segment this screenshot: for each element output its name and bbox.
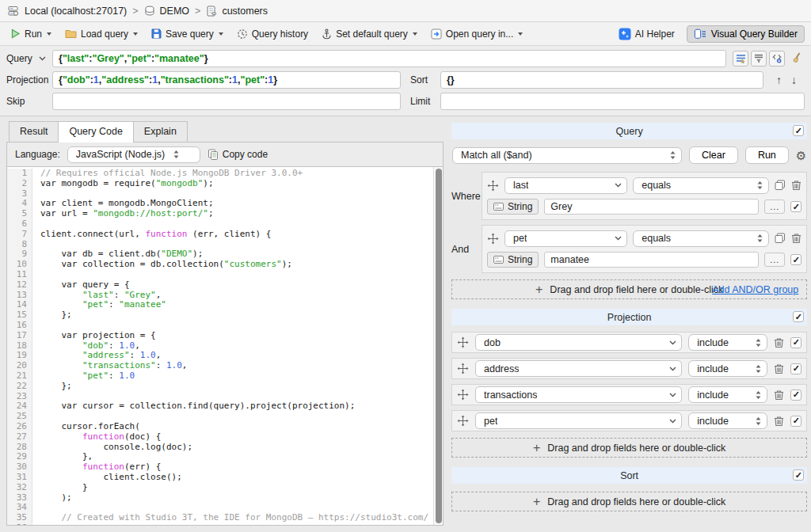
sort-descending-icon[interactable]: ↓ [791,74,797,86]
sort-input[interactable]: {} [440,71,763,89]
caret-down-icon [518,32,523,36]
projection-mode-select[interactable]: include [688,386,767,403]
history-icon [237,28,248,40]
trash-icon[interactable] [774,416,784,427]
select-updown-icon [173,150,180,159]
skip-limit-row: Skip Limit [6,93,805,110]
duplicate-icon[interactable] [775,233,786,244]
breadcrumb-database[interactable]: DEMO [144,6,190,17]
trash-icon[interactable] [791,180,801,191]
gear-icon[interactable]: ⚙ [796,150,806,162]
tab-explain[interactable]: Explain [133,121,188,142]
open-query-in-button[interactable]: Open query in... [425,26,528,42]
add-and-or-group-link[interactable]: Add AND/OR group [712,284,798,295]
run-query-button[interactable]: Run [745,146,789,164]
sort-drop-hint: Drag and drop fields here or double-clic… [547,496,725,507]
move-handle-icon[interactable] [457,363,469,374]
field-select[interactable]: pet [504,230,627,247]
projection-mode-select[interactable]: include [688,360,767,377]
code-line: 22 }; [7,382,433,392]
code-scrollbar[interactable] [433,167,443,525]
code-editor[interactable]: 1// Requires official Node.js MongoDB Dr… [7,166,443,525]
save-query-button[interactable]: Save query [146,26,229,42]
query-field-label[interactable]: Query [6,53,48,64]
trash-icon[interactable] [774,363,784,374]
clear-button[interactable]: Clear [689,146,738,164]
open-query-in-label: Open query in... [446,28,513,40]
breadcrumb-connection-label: Local (localhost:27017) [25,6,127,17]
breadcrumb-separator: > [195,6,200,17]
tab-query-code[interactable]: Query Code [58,121,133,142]
query-builder-form-icon[interactable] [733,51,748,66]
ai-helper-button[interactable]: AI Helper [613,25,680,43]
trash-icon[interactable] [774,390,784,401]
set-default-query-button[interactable]: Set default query [316,26,423,42]
query-code-gear-icon[interactable] [769,51,785,66]
query-input[interactable]: { "last" : "Grey", "pet" : "manatee" } [52,50,726,67]
projection-checkbox[interactable]: ✓ [790,416,801,427]
value-options-button[interactable]: ... [764,253,785,267]
operator-select[interactable]: equals [633,230,769,247]
toolbar-right: AI Helper Visual Query Builder [613,25,806,43]
projection-section-checkbox[interactable]: ✓ [793,311,804,322]
visual-query-builder-button[interactable]: Visual Query Builder [687,25,805,43]
scrollbar-thumb[interactable] [436,169,442,523]
set-default-query-label: Set default query [336,28,408,40]
move-handle-icon[interactable] [457,336,469,348]
query-drop-zone[interactable]: + Drag and drop field here or double-cli… [451,279,807,299]
match-mode-select[interactable]: Match all ($and) [452,147,682,164]
move-handle-icon[interactable] [487,233,499,245]
projection-mode-select[interactable]: include [688,334,767,351]
plus-icon: + [535,283,543,296]
condition-value-input[interactable]: manatee [544,252,759,268]
projection-field-select[interactable]: dob [475,334,682,351]
query-history-button[interactable]: Query history [231,26,314,42]
value-type-button[interactable]: String [487,252,539,268]
condition-field-row: pet equals [487,230,801,247]
run-button[interactable]: Run [5,26,57,42]
condition-value-input[interactable]: Grey [544,199,759,215]
breadcrumb-collection[interactable]: customers [206,6,268,17]
select-updown-icon [756,234,763,243]
projection-drop-zone[interactable]: + Drag and drop fields here or double-cl… [451,438,807,458]
query-filter-icon[interactable] [751,51,767,66]
duplicate-icon[interactable] [775,180,786,191]
projection-field-select[interactable]: pet [475,412,682,429]
field-select[interactable]: last [504,177,627,194]
query-row: Query { "last" : "Grey", "pet" : "manate… [6,50,805,67]
anchor-icon [322,28,332,40]
move-handle-icon[interactable] [487,180,499,192]
limit-input[interactable] [440,93,805,110]
sort-section-checkbox[interactable]: ✓ [793,469,804,481]
trash-icon[interactable] [774,337,784,348]
projection-checkbox[interactable]: ✓ [790,337,801,348]
operator-select[interactable]: equals [633,177,769,194]
value-type-button[interactable]: String [487,199,539,215]
projection-input[interactable]: { "dob": 1, "address": 1, "transactions"… [52,71,401,89]
tab-result[interactable]: Result [9,121,59,142]
language-label: Language: [15,149,60,160]
sort-drop-zone[interactable]: + Drag and drop fields here or double-cl… [451,492,807,511]
condition-checkbox[interactable]: ✓ [790,201,801,212]
move-handle-icon[interactable] [457,415,469,427]
load-query-button[interactable]: Load query [59,26,143,42]
clean-query-icon[interactable] [791,52,805,65]
projection-checkbox[interactable]: ✓ [790,363,801,374]
code-column: Result Query Code Explain Language: Java… [6,120,444,526]
chevron-down-icon [669,393,676,397]
skip-input[interactable] [52,93,401,110]
condition-checkbox[interactable]: ✓ [790,254,801,265]
projection-checkbox[interactable]: ✓ [790,390,801,401]
trash-icon[interactable] [791,233,801,244]
copy-code-button[interactable]: Copy code [208,149,268,160]
projection-mode-select[interactable]: include [688,412,767,429]
language-select[interactable]: JavaScript (Node.js) [67,146,200,163]
move-handle-icon[interactable] [457,389,469,401]
select-updown-icon [755,338,762,348]
query-section-checkbox[interactable]: ✓ [793,125,804,136]
breadcrumb-connection[interactable]: Local (localhost:27017) [8,6,127,17]
projection-field-select[interactable]: transactions [475,386,682,403]
value-options-button[interactable]: ... [764,200,785,214]
sort-ascending-icon[interactable]: ↑ [776,74,782,86]
projection-field-select[interactable]: address [475,360,682,377]
